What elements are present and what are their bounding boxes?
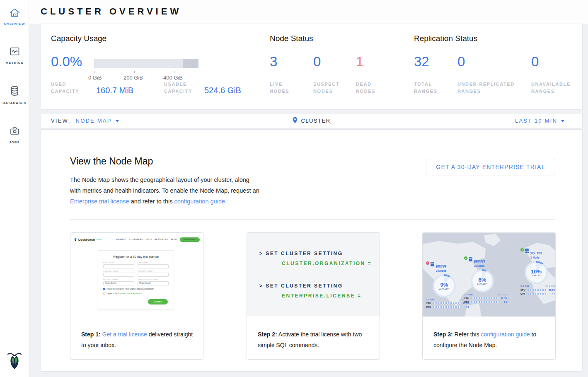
under-replicated-ranges-label: UNDER-REPLICATED RANGES	[457, 81, 526, 95]
capacity-total: 36.4 GiB	[545, 285, 555, 288]
license-agreement-link: Software License Agreement.	[118, 292, 143, 295]
caption-text: Refer this	[453, 331, 481, 338]
form-title: Register for a 30-day trial license	[103, 255, 169, 259]
first-name-field	[103, 264, 134, 268]
license-agreement-checkbox	[103, 292, 105, 295]
region-node-count: 1 Node	[530, 256, 542, 259]
region-name: geo=ams	[530, 251, 542, 254]
unavailable-ranges-count: 0	[531, 54, 539, 70]
configuration-guide-link[interactable]: configuration guide	[174, 198, 225, 205]
sidebar-item-label: JOBS	[9, 140, 20, 144]
page-title: CLUSTER OVERVIEW	[41, 6, 181, 17]
sidebar-item-label: OVERVIEW	[4, 22, 25, 26]
qps-label: QPS	[520, 292, 526, 295]
gauge-label: CAPACITY	[477, 283, 488, 285]
cpu-label: CPU	[520, 289, 526, 291]
section-divider	[70, 219, 555, 220]
healthy-badge-icon: ✓	[520, 248, 524, 251]
qps-value: 0.0	[500, 301, 507, 303]
qps-sparkline	[433, 306, 460, 308]
nav-item: BLOG	[171, 239, 177, 241]
chevron-down-icon[interactable]	[115, 120, 119, 122]
used-capacity-value: 160.7 MiB	[96, 86, 133, 95]
region-name: geo=nyc	[474, 259, 485, 263]
region-widget-sfo: ! geo=sfo2 Nodes 9%CAPACITY 3.2 GiB351 G…	[426, 261, 469, 308]
step1-caption: Step 1: Get a trial license delivered st…	[81, 329, 195, 350]
view-bar: VIEW: NODE MAP CLUSTER LAST 10 MIN	[41, 113, 583, 128]
suspect-nodes-label: SUSPECT NODES	[313, 81, 346, 95]
sidebar-item-databases[interactable]: DATABASES	[0, 78, 29, 109]
gauge-label: CAPACITY	[439, 288, 450, 290]
region-widget-nyc: ✓ geo=nyc2 Nodes 6%CAPACITY 3.7 GiB43.7 …	[464, 256, 507, 303]
step1-card: Cockroach LABS PRODUCT CUSTOMERS DOCS RE…	[70, 232, 203, 360]
nav-item: PRODUCT	[116, 239, 126, 241]
email-updates-checkbox	[103, 288, 105, 290]
nav-item: RESOURCES	[155, 239, 168, 241]
node-map-panel: View the Node Map The Node Map shows the…	[41, 129, 583, 372]
qps-label: QPS	[464, 301, 470, 303]
field-label: REASON FOR INTEREST	[138, 278, 169, 280]
node-map-illustration: ! geo=sfo2 Nodes 9%CAPACITY 3.2 GiB351 G…	[423, 233, 555, 317]
qps-label: QPS	[426, 306, 432, 308]
capacity-used: 3.2 GiB	[426, 298, 435, 301]
last-name-field	[138, 264, 169, 268]
brand-suffix-text: LABS	[96, 238, 102, 241]
enterprise-trial-license-link[interactable]: Enterprise trial license	[70, 198, 129, 205]
dead-nodes-count: 1	[356, 54, 363, 70]
chevron-down-icon[interactable]	[561, 120, 565, 122]
sidebar-item-metrics[interactable]: METRICS	[0, 39, 29, 69]
time-range-selector[interactable]: LAST 10 MIN	[515, 118, 557, 124]
cpu-sparkline	[433, 302, 460, 304]
briefcase-icon	[9, 126, 20, 138]
checkbox-label: I would like to receive email updates ab…	[106, 288, 154, 290]
step2-card: > SET CLUSTER SETTING CLUSTER.ORGANIZATI…	[247, 232, 380, 360]
capacity-gauge: 10%CAPACITY	[525, 261, 548, 284]
qps-value: 4.7	[462, 306, 469, 308]
sql-prompt: >	[259, 251, 266, 256]
field-label: COMPANY NAME	[103, 270, 134, 272]
description-text: The Node Map shows the geographical layo…	[70, 176, 259, 194]
configuration-guide-link[interactable]: configuration guide	[481, 331, 530, 338]
get-enterprise-trial-button[interactable]: GET A 30-DAY ENTERPRISE TRIAL	[426, 159, 555, 175]
reason-for-interest-select: Please Select	[138, 281, 169, 285]
get-trial-license-link[interactable]: Get a trial license	[102, 331, 147, 338]
field-label: PROJECT PHASE	[103, 278, 134, 280]
sidebar-item-overview[interactable]: OVERVIEW	[0, 0, 29, 30]
download-button: DOWNLOAD	[180, 237, 200, 242]
description-text: .	[225, 198, 227, 205]
view-selector[interactable]: NODE MAP	[76, 118, 112, 124]
qps-value: 4.4	[548, 292, 555, 295]
step-label: Step 3:	[433, 331, 453, 338]
unavailable-ranges-label: UNAVAILABLE RANGES	[531, 81, 577, 95]
sql-command: SET CLUSTER SETTING	[266, 251, 343, 256]
step2-caption: Step 2: Activate the trial license with …	[258, 329, 372, 350]
replication-status-title: Replication Status	[414, 34, 477, 43]
trial-registration-form: Register for a 30-day trial license FIRS…	[98, 250, 174, 310]
capacity-bar-segment	[183, 59, 198, 68]
qps-sparkline	[528, 293, 547, 295]
sql-command: SET CLUSTER SETTING	[266, 283, 343, 289]
suspect-nodes-count: 0	[313, 54, 321, 70]
live-nodes-count: 3	[270, 54, 277, 70]
checkbox-label: I agree to the	[106, 292, 118, 295]
nodes-stack-icon	[431, 262, 435, 266]
sidebar: OVERVIEW METRICS DATABASES	[0, 0, 29, 377]
location-breadcrumb[interactable]: CLUSTER	[301, 118, 330, 124]
used-capacity-label: USED CAPACITY	[51, 81, 86, 95]
step3-card: ! geo=sfo2 Nodes 9%CAPACITY 3.2 GiB351 G…	[422, 232, 556, 360]
description-text: and refer to this	[129, 198, 174, 205]
capacity-bar-chart	[94, 59, 198, 68]
under-replicated-ranges-count: 0	[457, 54, 465, 70]
dead-nodes-label: DEAD NODES	[356, 81, 385, 95]
sql-argument: CLUSTER.ORGANIZATION =	[282, 261, 372, 266]
gauge-percent: 6%	[479, 277, 486, 283]
sql-commands-illustration: > SET CLUSTER SETTING CLUSTER.ORGANIZATI…	[247, 233, 380, 316]
gauge-label: CAPACITY	[531, 275, 542, 277]
field-label: COMPANY EMAIL	[138, 270, 169, 272]
cockroach-labs-wordmark: Cockroach LABS	[74, 237, 102, 242]
cpu-value: 58.3%	[548, 289, 555, 291]
cpu-sparkline	[528, 289, 547, 291]
sidebar-item-jobs[interactable]: JOBS	[0, 118, 29, 148]
usable-capacity-value: 524.6 GiB	[204, 86, 241, 95]
metrics-icon	[9, 46, 20, 58]
